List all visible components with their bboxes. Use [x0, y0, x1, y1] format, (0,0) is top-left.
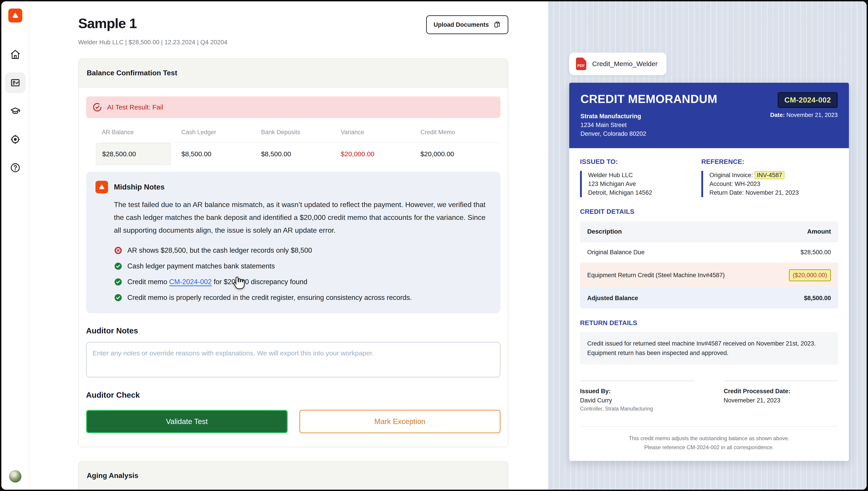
- table-row: Adjusted Balance $8,500.00: [580, 288, 838, 309]
- memo-header: CREDIT MEMORANDUM Strata Manufacturing 1…: [569, 83, 849, 148]
- validate-test-button[interactable]: Validate Test: [86, 410, 288, 433]
- sidebar-item-workpapers[interactable]: [5, 73, 26, 93]
- sidebar-item-home[interactable]: [5, 44, 26, 65]
- col-bank-deposits: Bank Deposits: [261, 129, 341, 136]
- sample-metadata: Welder Hub LLC | $28,500.00 | 12.23.2024…: [78, 39, 227, 46]
- sidebar-item-settings[interactable]: [5, 129, 26, 150]
- credit-memo-document: CREDIT MEMORANDUM Strata Manufacturing 1…: [569, 83, 849, 461]
- upload-documents-label: Upload Documents: [434, 21, 489, 28]
- page-title: Sample 1: [78, 15, 227, 31]
- return-details-heading: RETURN DETAILS: [580, 319, 838, 327]
- auditor-notes-input[interactable]: [86, 342, 500, 377]
- finding-text: Credit memo CM-2024-002 for $20,000 disc…: [127, 278, 307, 286]
- balance-card-title: Balance Confirmation Test: [79, 59, 508, 87]
- credit-amount-highlight: ($20,000.00): [789, 269, 831, 281]
- credit-details-heading: CREDIT DETAILS: [580, 208, 838, 215]
- midship-notes-panel: Midship Notes The test failed due to an …: [86, 172, 500, 313]
- processed-date-block: Credit Processed Date: Novemeber 21, 202…: [724, 381, 838, 412]
- ai-result-fail-banner: AI Test Result: Fail: [86, 96, 500, 118]
- document-tab-label: Credit_Memo_Welder: [592, 60, 657, 68]
- finding-text: AR shows $28,500, but the cash ledger re…: [127, 247, 312, 255]
- circle-check-icon: [114, 293, 122, 302]
- mark-exception-button[interactable]: Mark Exception: [300, 410, 501, 433]
- copy-documents-icon: [493, 21, 501, 29]
- app-window: Sample 1 Welder Hub LLC | $28,500.00 | 1…: [0, 0, 868, 491]
- upload-documents-button[interactable]: Upload Documents: [426, 15, 508, 34]
- col-credit-memo: Credit Memo: [420, 129, 500, 136]
- amount-column-header: Amount: [807, 228, 831, 235]
- return-details-text: Credit issued for returned steel machine…: [580, 332, 838, 365]
- midship-notes-title: Midship Notes: [114, 183, 165, 191]
- sidebar-item-help[interactable]: [5, 157, 26, 178]
- col-cash-ledger: Cash Ledger: [182, 129, 261, 136]
- graduation-cap-icon: [10, 106, 21, 116]
- finding-item-pass: Credit memo is properly recorded in the …: [114, 293, 491, 302]
- table-row: Equipment Return Credit (Steel Machine I…: [580, 263, 838, 288]
- ai-findings-list: AR shows $28,500, but the cash ledger re…: [114, 246, 491, 302]
- col-variance: Variance: [341, 129, 421, 136]
- invoice-highlight: INV-4587: [754, 171, 784, 179]
- sidebar-item-learning[interactable]: [5, 101, 26, 121]
- credit-memo-value: $20,000.00: [420, 143, 500, 165]
- ai-notes-paragraph: The test failed due to an AR balance mis…: [114, 198, 491, 237]
- memo-title: CREDIT MEMORANDUM: [581, 92, 717, 106]
- circle-check-icon: [92, 102, 102, 112]
- finding-item-fail: AR shows $28,500, but the cash ledger re…: [114, 246, 491, 255]
- memo-footer: This credit memo adjusts the outstanding…: [580, 426, 838, 461]
- pdf-file-icon: PDF: [576, 58, 586, 70]
- balance-table: AR Balance Cash Ledger Bank Deposits Var…: [102, 129, 500, 165]
- sidebar: [1, 1, 29, 490]
- desc-column-header: Description: [587, 228, 622, 235]
- auditor-notes-label: Auditor Notes: [86, 326, 500, 335]
- user-avatar[interactable]: [9, 470, 22, 483]
- aging-card-title: Aging Analysis: [79, 462, 508, 490]
- issued-by-block: Issued By: David Curry Controller, Strat…: [580, 381, 694, 412]
- finding-item-pass: Cash ledger payment matches bank stateme…: [114, 262, 491, 270]
- variance-value: $20,000.00: [341, 143, 421, 165]
- sidebar-nav: [5, 44, 26, 178]
- credit-memo-link[interactable]: CM-2024-002: [169, 278, 212, 286]
- circle-check-icon: [114, 262, 122, 270]
- midship-logo-icon: [8, 8, 22, 23]
- midship-logo-icon: [95, 181, 108, 193]
- ar-balance-value[interactable]: $28,500.00: [96, 143, 171, 165]
- credit-details-table: Description Amount Original Balance Due …: [580, 221, 838, 309]
- checklist-icon: [10, 77, 21, 88]
- reference-block: Original Invoice: INV-4587 Account: WH-2…: [701, 171, 838, 197]
- finding-item-pass: Credit memo CM-2024-002 for $20,000 disc…: [114, 278, 491, 286]
- memo-date: Date: November 21, 2023: [770, 112, 838, 118]
- memo-company-address: Strata Manufacturing 1234 Main Street De…: [581, 112, 717, 138]
- bank-deposits-value: $8,500.00: [261, 143, 341, 165]
- document-viewer-panel: PDF Credit_Memo_Welder CREDIT MEMORANDUM…: [548, 1, 867, 490]
- issued-to-block: Welder Hub LLC 123 Michigan Ave Detroit,…: [580, 171, 701, 197]
- finding-text: Credit memo is properly recorded in the …: [127, 294, 412, 302]
- mouse-pointer-cursor: [233, 276, 246, 291]
- issued-to-heading: ISSUED TO:: [580, 158, 701, 166]
- balance-confirmation-card: Balance Confirmation Test AI Test Result…: [78, 58, 508, 447]
- table-row: Original Balance Due $28,500.00: [580, 242, 838, 263]
- help-icon: [10, 162, 21, 173]
- col-ar-balance: AR Balance: [102, 129, 182, 136]
- gear-icon: [10, 134, 21, 145]
- circle-check-icon: [114, 278, 122, 286]
- aging-analysis-card: Aging Analysis AI Test Result: Pass: [78, 461, 508, 490]
- memo-number-badge: CM-2024-002: [778, 92, 838, 108]
- ai-result-fail-label: AI Test Result: Fail: [107, 104, 163, 111]
- main-content: Sample 1 Welder Hub LLC | $28,500.00 | 1…: [29, 1, 548, 490]
- home-icon: [10, 49, 21, 60]
- auditor-check-label: Auditor Check: [86, 391, 500, 400]
- cash-ledger-value: $8,500.00: [182, 143, 261, 165]
- reference-heading: REFERENCE:: [701, 158, 838, 166]
- circle-x-icon: [114, 246, 122, 255]
- finding-text: Cash ledger payment matches bank stateme…: [127, 262, 275, 270]
- document-tab[interactable]: PDF Credit_Memo_Welder: [569, 53, 666, 75]
